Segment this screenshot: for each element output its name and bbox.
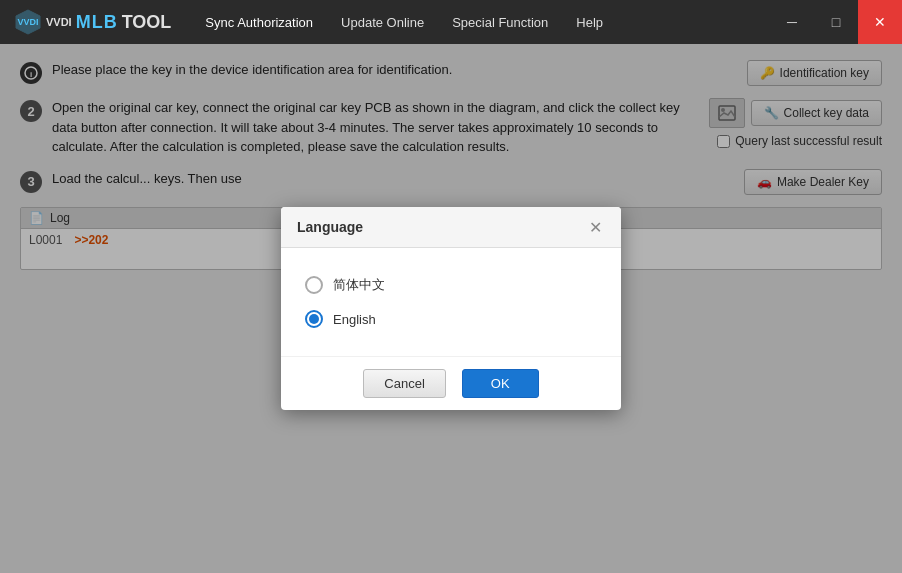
language-zh-label: 简体中文 xyxy=(333,276,385,294)
dialog-overlay: Language ✕ 简体中文 English Cancel OK xyxy=(0,44,902,573)
restore-button[interactable]: □ xyxy=(814,0,858,44)
app-logo: VVDI VVDI MLB TOOL xyxy=(0,8,181,36)
close-button[interactable]: ✕ xyxy=(858,0,902,44)
nav-special-function[interactable]: Special Function xyxy=(438,9,562,36)
logo-vvdi-text: VVDI xyxy=(46,17,72,28)
nav-help[interactable]: Help xyxy=(562,9,617,36)
dialog-cancel-button[interactable]: Cancel xyxy=(363,369,445,398)
logo-mlb-text: MLB xyxy=(76,12,118,33)
title-bar: VVDI VVDI MLB TOOL Sync Authorization Up… xyxy=(0,0,902,44)
dialog-footer: Cancel OK xyxy=(281,356,621,410)
dialog-title: Language xyxy=(297,219,363,235)
radio-en[interactable] xyxy=(305,310,323,328)
nav-menu: Sync Authorization Update Online Special… xyxy=(181,9,770,36)
window-controls: ─ □ ✕ xyxy=(770,0,902,44)
radio-zh[interactable] xyxy=(305,276,323,294)
language-en-label: English xyxy=(333,312,376,327)
logo-graphic: VVDI xyxy=(14,8,42,36)
minimize-button[interactable]: ─ xyxy=(770,0,814,44)
svg-text:VVDI: VVDI xyxy=(17,17,38,27)
main-content: i Please place the key in the device ide… xyxy=(0,44,902,573)
language-option-zh[interactable]: 简体中文 xyxy=(305,268,597,302)
language-dialog: Language ✕ 简体中文 English Cancel OK xyxy=(281,207,621,410)
nav-update-online[interactable]: Update Online xyxy=(327,9,438,36)
nav-sync-auth[interactable]: Sync Authorization xyxy=(191,9,327,36)
logo-tool-text: TOOL xyxy=(122,12,172,33)
dialog-header: Language ✕ xyxy=(281,207,621,248)
dialog-ok-button[interactable]: OK xyxy=(462,369,539,398)
dialog-body: 简体中文 English xyxy=(281,248,621,356)
language-option-en[interactable]: English xyxy=(305,302,597,336)
dialog-close-button[interactable]: ✕ xyxy=(585,217,605,237)
